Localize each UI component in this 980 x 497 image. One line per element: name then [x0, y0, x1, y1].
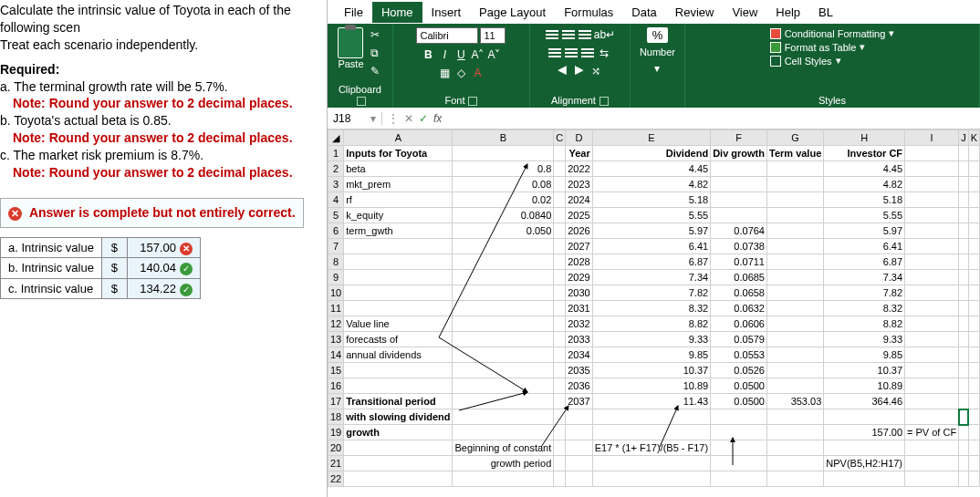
cell[interactable]: Investor CF: [824, 146, 905, 161]
cell[interactable]: 5.55: [824, 208, 905, 223]
cell[interactable]: [968, 425, 979, 440]
cell[interactable]: 0.0685: [711, 270, 767, 285]
percent-button[interactable]: %: [647, 27, 669, 43]
row-header[interactable]: 1: [328, 146, 343, 161]
cell[interactable]: [968, 347, 979, 363]
cell[interactable]: [959, 285, 969, 301]
cell[interactable]: [905, 363, 959, 378]
cell[interactable]: 0.0840: [453, 208, 554, 223]
cell[interactable]: 0.0606: [711, 316, 767, 332]
cell[interactable]: [554, 440, 566, 456]
cell[interactable]: [905, 440, 959, 456]
cell[interactable]: [767, 440, 824, 456]
cell[interactable]: [959, 409, 969, 425]
cell[interactable]: Inputs for Toyota: [344, 146, 453, 161]
cell[interactable]: [968, 223, 979, 239]
cell[interactable]: [453, 332, 554, 347]
cell[interactable]: 5.18: [824, 192, 905, 208]
cell[interactable]: [968, 456, 979, 471]
row-header[interactable]: 11: [328, 301, 343, 316]
cell[interactable]: 4.45: [824, 161, 905, 177]
cell[interactable]: [453, 146, 554, 161]
cell[interactable]: [767, 347, 824, 363]
cell[interactable]: 2022: [566, 161, 592, 177]
fill-color-button[interactable]: ◇: [454, 66, 468, 80]
align-bottom-button[interactable]: [578, 27, 592, 42]
cell[interactable]: 9.85: [592, 347, 710, 363]
cell[interactable]: growth period: [453, 456, 554, 471]
cell[interactable]: 0.0526: [711, 363, 767, 378]
cell[interactable]: [453, 301, 554, 316]
format-painter-icon[interactable]: ✎: [368, 64, 382, 78]
cell[interactable]: 157.00: [824, 425, 905, 440]
cell[interactable]: 0.08: [453, 177, 554, 192]
row-header[interactable]: 4: [328, 192, 343, 208]
cell[interactable]: [905, 378, 959, 394]
underline-button[interactable]: U: [454, 47, 468, 62]
cell[interactable]: [767, 316, 824, 332]
cell[interactable]: [968, 254, 979, 270]
cell-styles-button[interactable]: Cell Styles ▾: [770, 55, 841, 67]
fx-icon[interactable]: fx: [433, 112, 442, 125]
cell[interactable]: [968, 409, 979, 425]
cell[interactable]: [968, 394, 979, 409]
row-header[interactable]: 12: [328, 316, 343, 332]
cell[interactable]: [767, 471, 824, 487]
tab-insert[interactable]: Insert: [422, 2, 471, 23]
cell[interactable]: k_equity: [344, 208, 453, 223]
dialog-launcher[interactable]: [599, 97, 609, 106]
font-shrink-button[interactable]: A˅: [486, 47, 501, 62]
col-header[interactable]: J: [959, 130, 969, 146]
col-header[interactable]: B: [453, 130, 554, 146]
tab-file[interactable]: File: [335, 2, 372, 23]
cell[interactable]: Div growth: [711, 146, 767, 161]
cell[interactable]: [905, 270, 959, 285]
row-header[interactable]: 10: [328, 285, 343, 301]
cell[interactable]: [968, 378, 979, 394]
cell[interactable]: 0.0764: [711, 223, 767, 239]
cancel-formula-icon[interactable]: ✕: [404, 112, 413, 125]
cell[interactable]: 364.46: [824, 394, 905, 409]
cell[interactable]: [959, 471, 969, 487]
cell[interactable]: [959, 161, 969, 177]
cell[interactable]: 7.82: [592, 285, 710, 301]
tab-page-layout[interactable]: Page Layout: [470, 2, 555, 23]
spreadsheet-grid[interactable]: ◢ ABCDEFGHIJK 1Inputs for ToyotaYearDivi…: [328, 129, 980, 487]
paste-button[interactable]: Paste: [338, 58, 363, 69]
cell[interactable]: [711, 192, 767, 208]
cell[interactable]: 6.41: [824, 239, 905, 254]
cell[interactable]: 2027: [566, 239, 592, 254]
col-header[interactable]: C: [554, 130, 566, 146]
cell[interactable]: [767, 301, 824, 316]
cell[interactable]: [905, 409, 959, 425]
cell[interactable]: 2026: [566, 223, 592, 239]
cell[interactable]: [968, 363, 979, 378]
cell[interactable]: 2023: [566, 177, 592, 192]
cell[interactable]: 0.0553: [711, 347, 767, 363]
align-top-button[interactable]: [545, 27, 559, 42]
cell[interactable]: 2028: [566, 254, 592, 270]
cell[interactable]: NPV(B5,H2:H17): [824, 456, 905, 471]
cell[interactable]: 6.87: [824, 254, 905, 270]
cell[interactable]: [959, 177, 969, 192]
cell[interactable]: 2033: [566, 332, 592, 347]
row-header[interactable]: 7: [328, 239, 343, 254]
cell[interactable]: [554, 161, 566, 177]
cell[interactable]: [959, 316, 969, 332]
cell[interactable]: [905, 301, 959, 316]
cell[interactable]: [905, 285, 959, 301]
tab-data[interactable]: Data: [622, 2, 665, 23]
cell[interactable]: [905, 161, 959, 177]
row-header[interactable]: 13: [328, 332, 343, 347]
cell[interactable]: [453, 363, 554, 378]
cell[interactable]: [767, 378, 824, 394]
cell[interactable]: [566, 456, 592, 471]
cell[interactable]: 9.33: [592, 332, 710, 347]
cell[interactable]: mkt_prem: [344, 177, 453, 192]
row-header[interactable]: 17: [328, 394, 343, 409]
cell[interactable]: [453, 239, 554, 254]
cell[interactable]: [968, 239, 979, 254]
cell[interactable]: 0.0500: [711, 394, 767, 409]
cell[interactable]: 7.34: [824, 270, 905, 285]
row-header[interactable]: 20: [328, 440, 343, 456]
